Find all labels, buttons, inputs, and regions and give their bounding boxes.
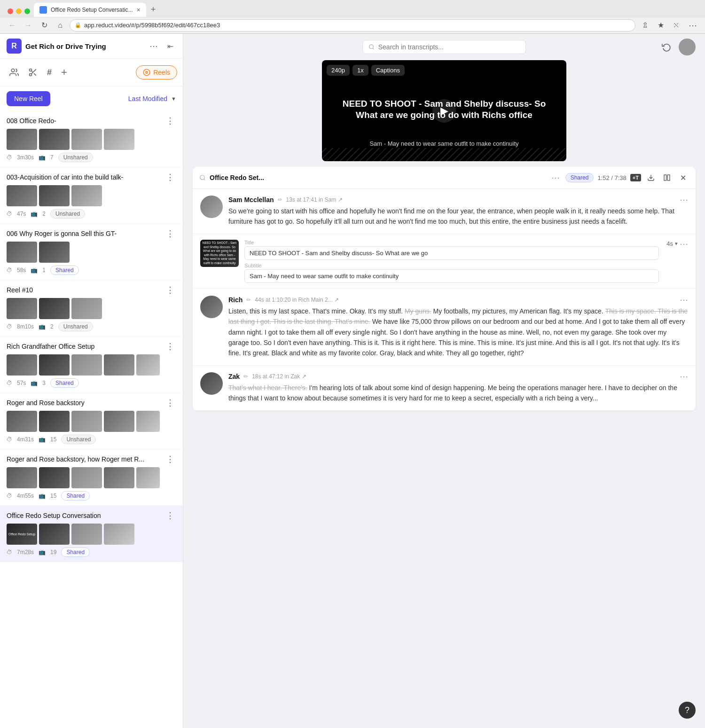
reel-menu-button[interactable]: ⋮ bbox=[164, 172, 176, 182]
new-tab-button[interactable]: + bbox=[146, 3, 161, 17]
svg-line-5 bbox=[31, 71, 33, 72]
entry-menu-button[interactable]: ⋯ bbox=[680, 372, 688, 381]
reel-menu-button[interactable]: ⋮ bbox=[164, 116, 176, 126]
entry-menu-button[interactable]: ⋯ bbox=[680, 296, 688, 304]
reel-item[interactable]: Roger and Rose backstory ⋮ ⏱ 4m31s 📺 15 … bbox=[0, 393, 183, 449]
reel-duration: 58s bbox=[17, 267, 26, 274]
reel-thumbnail bbox=[104, 354, 134, 376]
reel-thumbnail bbox=[39, 298, 70, 319]
reel-item[interactable]: 003-Acquisition of car into the build ta… bbox=[0, 167, 183, 224]
reload-button[interactable]: ↻ bbox=[38, 19, 51, 32]
app-title: Get Rich or Drive Trying bbox=[25, 42, 143, 50]
panel-download-button[interactable] bbox=[645, 172, 657, 184]
clip-title-field: Title bbox=[244, 240, 659, 260]
reel-item[interactable]: Roger and Rose backstory, how Roger met … bbox=[0, 449, 183, 506]
reel-menu-button[interactable]: ⋮ bbox=[164, 341, 176, 352]
share-button[interactable]: ⇫ bbox=[638, 19, 651, 32]
reel-thumbnail bbox=[39, 467, 70, 488]
svg-point-7 bbox=[146, 71, 148, 73]
forward-button[interactable]: → bbox=[22, 19, 35, 32]
captions-button[interactable]: Captions bbox=[371, 65, 405, 76]
svg-point-8 bbox=[369, 45, 373, 49]
main-content: 240p 1x Captions NEED TO SHOOT - Sam and… bbox=[183, 34, 705, 728]
add-nav-button[interactable]: + bbox=[57, 63, 71, 82]
quality-button[interactable]: 240p bbox=[327, 65, 350, 76]
sort-arrow-icon[interactable]: ▼ bbox=[171, 96, 176, 102]
svg-point-2 bbox=[30, 74, 32, 76]
tab-title: Office Redo Setup Conversatic... bbox=[51, 7, 133, 13]
minimize-traffic-light[interactable] bbox=[16, 8, 22, 14]
app-layout: R Get Rich or Drive Trying ⋯ ⇤ # + Reels bbox=[0, 34, 705, 728]
reel-menu-button[interactable]: ⋮ bbox=[164, 228, 176, 239]
search-input[interactable] bbox=[378, 43, 520, 51]
entry-body: Zak ✏ 18s at 47:12 in Zak ↗ ⋯ That's wha… bbox=[228, 372, 688, 404]
app-menu-button[interactable]: ⋯ bbox=[147, 40, 161, 52]
fullscreen-traffic-light[interactable] bbox=[24, 8, 30, 14]
reel-item[interactable]: 006 Why Roger is gonna Sell this GT- ⋮ ⏱… bbox=[0, 224, 183, 280]
reel-thumbnail bbox=[7, 129, 37, 150]
reel-menu-button[interactable]: ⋮ bbox=[164, 285, 176, 295]
clip-fields: Title Subtitle bbox=[244, 240, 659, 283]
reel-thumbnail bbox=[104, 467, 134, 488]
reel-thumbnail bbox=[39, 411, 70, 432]
reel-menu-button[interactable]: ⋮ bbox=[164, 454, 176, 464]
reel-status-badge: Shared bbox=[61, 491, 90, 501]
clip-menu-button[interactable]: ⋯ bbox=[680, 240, 688, 248]
reel-thumbnail bbox=[104, 129, 134, 150]
reel-thumbnail bbox=[7, 185, 37, 206]
reel-thumbnail bbox=[7, 411, 37, 432]
close-traffic-light[interactable] bbox=[8, 8, 13, 14]
user-avatar[interactable] bbox=[679, 39, 696, 55]
back-button[interactable]: ← bbox=[6, 19, 19, 32]
panel-more-button[interactable]: ⋯ bbox=[549, 172, 562, 183]
tags-nav-button[interactable]: # bbox=[43, 64, 55, 81]
url-bar[interactable]: 🔒 app.reduct.video/#/p/5998b5f692/edit/4… bbox=[70, 19, 635, 31]
video-play-button[interactable]: ▶ bbox=[432, 99, 456, 123]
new-reel-button[interactable]: New Reel bbox=[7, 91, 50, 106]
reel-clips: 3 bbox=[42, 380, 46, 386]
clips-icon: 📺 bbox=[31, 211, 38, 217]
speed-button[interactable]: 1x bbox=[352, 65, 368, 76]
download-icon bbox=[647, 174, 655, 181]
transcript-panel: Office Redo Set... ⋯ Shared 1:52 / 7:38 … bbox=[193, 167, 696, 411]
clock-icon: ⏱ bbox=[7, 436, 12, 443]
panel-close-button[interactable]: ✕ bbox=[677, 172, 689, 184]
clip-subtitle-input[interactable] bbox=[244, 269, 659, 283]
tab-close-icon[interactable]: × bbox=[137, 6, 141, 14]
reel-title: Rich Grandfather Office Setup bbox=[7, 343, 164, 350]
panel-title: Office Redo Set... bbox=[210, 174, 546, 181]
reel-clips: 2 bbox=[50, 323, 54, 330]
tab-favicon bbox=[39, 6, 47, 14]
reel-thumbnail bbox=[39, 185, 70, 206]
extensions-button[interactable]: ⛌ bbox=[670, 19, 683, 32]
reel-menu-button[interactable]: ⋮ bbox=[164, 398, 176, 408]
clips-nav-button[interactable] bbox=[24, 64, 41, 81]
active-tab[interactable]: Office Redo Setup Conversatic... × bbox=[34, 3, 146, 17]
home-button[interactable]: ⌂ bbox=[54, 19, 67, 32]
more-menu-button[interactable]: ⋯ bbox=[686, 19, 699, 32]
reel-title: Roger and Rose backstory, how Roger met … bbox=[7, 455, 164, 463]
clock-icon: ⏱ bbox=[7, 154, 12, 161]
entry-menu-button[interactable]: ⋯ bbox=[680, 196, 688, 204]
video-player: 240p 1x Captions NEED TO SHOOT - Sam and… bbox=[322, 60, 566, 161]
reel-item[interactable]: Rich Grandfather Office Setup ⋮ ⏱ 57s 📺 … bbox=[0, 337, 183, 393]
panel-split-button[interactable] bbox=[661, 172, 673, 184]
chevron-down-icon[interactable]: ▾ bbox=[675, 241, 678, 247]
last-modified-sort[interactable]: Last Modified bbox=[128, 95, 167, 102]
reel-item[interactable]: Reel #10 ⋮ ⏱ 8m10s 📺 2 Unshared bbox=[0, 280, 183, 337]
reel-item-active[interactable]: Office Redo Setup Conversation ⋮ Office … bbox=[0, 506, 183, 562]
reel-title: Reel #10 bbox=[7, 286, 164, 294]
clip-subtitle-field: Subtitle bbox=[244, 263, 659, 283]
people-nav-button[interactable] bbox=[6, 64, 23, 81]
bookmark-button[interactable]: ★ bbox=[654, 19, 667, 32]
clip-title-input[interactable] bbox=[244, 246, 659, 260]
history-button[interactable] bbox=[658, 39, 675, 55]
reels-nav-button[interactable]: Reels bbox=[136, 65, 177, 79]
reel-clips: 15 bbox=[50, 436, 56, 443]
help-button[interactable]: ? bbox=[679, 702, 696, 719]
clip-duration: 4s bbox=[666, 240, 673, 247]
reel-item[interactable]: 008 Office Redo- ⋮ ⏱ 3m30s 📺 7 Unshared bbox=[0, 111, 183, 167]
reel-menu-button[interactable]: ⋮ bbox=[164, 510, 176, 521]
reel-thumbnail bbox=[136, 411, 160, 432]
collapse-sidebar-button[interactable]: ⇤ bbox=[164, 41, 176, 52]
